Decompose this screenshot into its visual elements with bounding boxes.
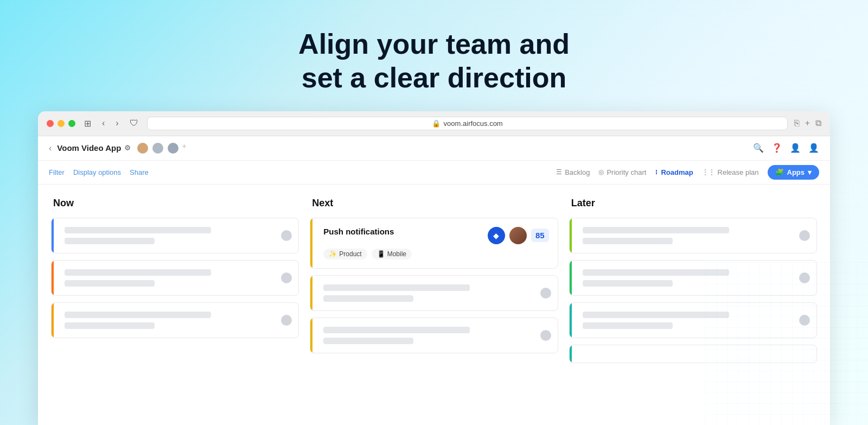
help-icon[interactable]: ❓ bbox=[771, 143, 782, 153]
card-now-1[interactable] bbox=[51, 218, 299, 253]
forward-button[interactable]: › bbox=[113, 117, 120, 129]
release-plan-icon: ⋮⋮ bbox=[702, 168, 715, 176]
maximize-button[interactable] bbox=[68, 120, 75, 127]
card-accent-amber bbox=[52, 303, 54, 338]
card-content bbox=[578, 227, 808, 244]
display-options-button[interactable]: Display options bbox=[73, 168, 121, 176]
filter-button[interactable]: Filter bbox=[49, 168, 65, 176]
share-button[interactable]: Share bbox=[130, 168, 149, 176]
new-tab-icon[interactable]: + bbox=[805, 118, 810, 128]
card-title-skeleton bbox=[583, 227, 729, 233]
close-button[interactable] bbox=[47, 120, 54, 127]
card-dot bbox=[281, 315, 292, 326]
settings-gear-icon[interactable]: ⚙ bbox=[124, 144, 131, 152]
browser-actions: ⎘ + ⧉ bbox=[794, 118, 821, 128]
card-subtitle-skeleton bbox=[583, 280, 673, 287]
card-dot bbox=[281, 272, 292, 283]
search-icon[interactable]: 🔍 bbox=[753, 143, 764, 153]
card-later-1[interactable] bbox=[569, 218, 817, 253]
backlog-icon: ☰ bbox=[556, 168, 562, 176]
browser-chrome: ⊞ ‹ › 🛡 🔒 voom.airfocus.com ⎘ + ⧉ bbox=[38, 111, 830, 136]
tab-backlog[interactable]: ☰ Backlog bbox=[556, 168, 590, 176]
bookmark-icon[interactable]: ⎘ bbox=[794, 118, 800, 128]
assignee-avatar: 👤 bbox=[509, 227, 527, 244]
card-subtitle-skeleton bbox=[65, 280, 155, 287]
nav-back-arrow[interactable]: ‹ bbox=[49, 143, 52, 153]
grid-decoration bbox=[705, 262, 868, 425]
hero-line2: set a clear direction bbox=[302, 62, 566, 93]
card-content: Push notifications ◆ 👤 85 ✨ Product bbox=[319, 227, 548, 259]
card-title-row: Push notifications ◆ 👤 85 bbox=[323, 227, 548, 244]
app-title: Voom Video App ⚙ bbox=[57, 143, 131, 153]
avatar-1 bbox=[136, 142, 149, 155]
score-badge: 85 bbox=[531, 229, 549, 242]
column-header-next: Next bbox=[310, 198, 558, 209]
card-accent-orange bbox=[52, 261, 54, 295]
card-next-2[interactable] bbox=[310, 275, 558, 311]
user-icon[interactable]: 👤 bbox=[790, 143, 801, 153]
card-now-2[interactable] bbox=[51, 260, 299, 296]
tab-roadmap[interactable]: ⫶ Roadmap bbox=[655, 168, 693, 176]
apps-puzzle-icon: 🧩 bbox=[775, 168, 784, 176]
card-title-skeleton bbox=[323, 284, 470, 291]
card-dot bbox=[540, 330, 551, 341]
back-button[interactable]: ‹ bbox=[100, 117, 107, 129]
product-tag-emoji: ✨ bbox=[329, 250, 337, 258]
tag-mobile: 📱 Mobile bbox=[372, 249, 412, 259]
card-now-3[interactable] bbox=[51, 302, 299, 338]
lock-icon: 🔒 bbox=[432, 119, 441, 128]
app-nav-left: ‹ Voom Video App ⚙ + bbox=[49, 142, 187, 155]
column-next: Next Push notifications ◆ 👤 85 bbox=[310, 198, 558, 425]
priority-chart-icon: ◎ bbox=[598, 168, 604, 176]
duplicate-icon[interactable]: ⧉ bbox=[815, 118, 821, 128]
card-title-skeleton bbox=[65, 227, 211, 233]
address-bar[interactable]: 🔒 voom.airfocus.com bbox=[147, 117, 788, 130]
card-accent-lime bbox=[570, 218, 572, 253]
card-subtitle-skeleton bbox=[583, 238, 673, 244]
card-badges: ◆ 👤 85 bbox=[488, 227, 549, 244]
hero-section: Align your team and set a clear directio… bbox=[298, 0, 570, 111]
avatar-3 bbox=[167, 142, 180, 155]
card-subtitle-skeleton bbox=[323, 338, 413, 344]
toolbar: Filter Display options Share ☰ Backlog ◎… bbox=[38, 161, 830, 185]
card-accent-yellow bbox=[310, 276, 312, 310]
card-accent-green bbox=[570, 261, 572, 295]
card-accent-yellow bbox=[310, 218, 312, 268]
sidebar-toggle-button[interactable]: ⊞ bbox=[82, 117, 93, 130]
hero-line1: Align your team and bbox=[298, 28, 570, 60]
column-header-now: Now bbox=[51, 198, 299, 209]
column-now: Now bbox=[51, 198, 299, 425]
card-push-notifications-title: Push notifications bbox=[323, 227, 394, 236]
card-dot bbox=[281, 230, 292, 241]
minimize-button[interactable] bbox=[58, 120, 65, 127]
apps-button[interactable]: 🧩 Apps ▾ bbox=[768, 165, 820, 180]
avatar-2 bbox=[151, 142, 164, 155]
card-accent-blue bbox=[52, 218, 54, 253]
mobile-tag-emoji: 📱 bbox=[377, 250, 385, 258]
card-dot bbox=[540, 288, 551, 299]
profile-avatar[interactable]: 👤 bbox=[808, 143, 819, 153]
card-subtitle-skeleton bbox=[323, 295, 413, 302]
tab-priority-chart[interactable]: ◎ Priority chart bbox=[598, 168, 646, 176]
card-next-3[interactable] bbox=[310, 318, 558, 353]
app-nav: ‹ Voom Video App ⚙ + 🔍 ❓ 👤 👤 bbox=[38, 136, 830, 161]
shield-icon: 🛡 bbox=[127, 117, 141, 129]
card-content bbox=[319, 327, 548, 344]
card-content bbox=[60, 227, 290, 244]
tab-release-plan[interactable]: ⋮⋮ Release plan bbox=[702, 168, 759, 176]
toolbar-right: ☰ Backlog ◎ Priority chart ⫶ Roadmap ⋮⋮ … bbox=[556, 165, 819, 180]
card-accent-teal bbox=[570, 345, 572, 363]
card-subtitle-skeleton bbox=[65, 238, 155, 244]
card-dot bbox=[799, 230, 810, 241]
card-next-featured[interactable]: Push notifications ◆ 👤 85 ✨ Product bbox=[310, 218, 558, 269]
diamond-icon: ◆ bbox=[488, 227, 505, 244]
card-accent-teal bbox=[570, 303, 572, 338]
add-member-button[interactable]: + bbox=[182, 142, 186, 155]
card-content bbox=[319, 284, 548, 302]
toolbar-left: Filter Display options Share bbox=[49, 168, 149, 176]
tag-product: ✨ Product bbox=[323, 249, 367, 259]
avatars-group: + bbox=[136, 142, 186, 155]
svg-rect-0 bbox=[705, 262, 868, 425]
app-nav-right: 🔍 ❓ 👤 👤 bbox=[753, 143, 819, 153]
url-text: voom.airfocus.com bbox=[444, 119, 503, 128]
